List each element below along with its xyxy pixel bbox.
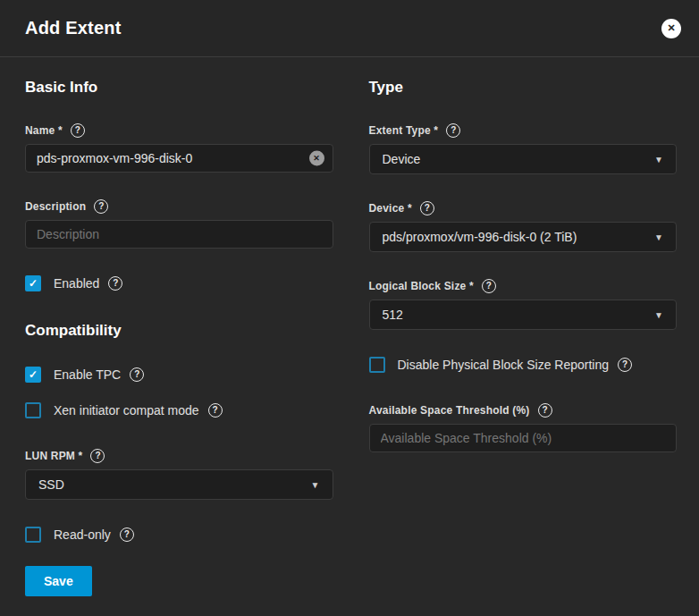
close-icon[interactable]: ✕ xyxy=(661,19,681,38)
extent-type-select-value: Device xyxy=(383,152,421,166)
xen-compat-checkbox-label: Xen initiator compat mode xyxy=(54,403,199,418)
extent-type-field-group: Extent Type * ? Device ▼ xyxy=(369,123,678,174)
name-label-row: Name * ? xyxy=(25,123,333,138)
help-icon[interactable]: ? xyxy=(420,201,434,215)
disable-physical-block-size-checkbox-row[interactable]: ✓ Disable Physical Block Size Reporting … xyxy=(369,357,678,373)
enabled-checkbox-row[interactable]: ✓ Enabled ? xyxy=(25,275,333,291)
section-heading-type: Type xyxy=(369,79,678,97)
name-label: Name * xyxy=(25,124,63,137)
clear-icon[interactable]: ✕ xyxy=(309,151,324,166)
enabled-checkbox-label: Enabled xyxy=(54,276,99,291)
help-icon[interactable]: ? xyxy=(446,123,460,138)
lun-rpm-select[interactable]: SSD ▼ xyxy=(25,469,333,500)
logical-block-size-field-group: Logical Block Size * ? 512 ▼ xyxy=(369,279,678,330)
description-field-group: Description ? xyxy=(25,199,333,249)
device-field-group: Device * ? pds/proxmox/vm-996-disk-0 (2 … xyxy=(369,201,678,252)
description-label-row: Description ? xyxy=(25,199,333,214)
help-icon[interactable]: ? xyxy=(90,449,105,463)
extent-type-select[interactable]: Device ▼ xyxy=(369,144,678,174)
name-input-wrap: ✕ xyxy=(25,144,333,173)
section-heading-basic-info: Basic Info xyxy=(25,79,333,97)
enable-tpc-checkbox-row[interactable]: ✓ Enable TPC ? xyxy=(25,367,333,383)
logical-block-size-label: Logical Block Size * xyxy=(369,280,474,292)
lun-rpm-select-value: SSD xyxy=(38,477,64,492)
logical-block-size-label-row: Logical Block Size * ? xyxy=(369,279,678,293)
save-button[interactable]: Save xyxy=(25,566,92,596)
disable-physical-block-size-checkbox-label: Disable Physical Block Size Reporting xyxy=(398,358,610,372)
logical-block-size-select[interactable]: 512 ▼ xyxy=(369,300,678,330)
read-only-checkbox-row[interactable]: ✓ Read-only ? xyxy=(25,527,333,543)
disable-physical-block-size-checkbox[interactable]: ✓ xyxy=(369,357,385,373)
help-icon[interactable]: ? xyxy=(538,403,552,418)
help-icon[interactable]: ? xyxy=(618,358,632,372)
chevron-down-icon: ▼ xyxy=(311,480,320,490)
xen-compat-checkbox-row[interactable]: ✓ Xen initiator compat mode ? xyxy=(25,402,333,418)
name-field-group: Name * ? ✕ xyxy=(25,123,333,173)
help-icon[interactable]: ? xyxy=(71,123,85,138)
dialog-title: Add Extent xyxy=(25,18,122,38)
enable-tpc-checkbox-label: Enable TPC xyxy=(54,367,121,382)
logical-block-size-select-value: 512 xyxy=(383,308,403,322)
enabled-checkbox[interactable]: ✓ xyxy=(25,275,41,291)
help-icon[interactable]: ? xyxy=(208,403,223,418)
extent-type-label-row: Extent Type * ? xyxy=(369,123,678,138)
dialog-body: Basic Info Name * ? ✕ Description ? ✓ xyxy=(0,57,699,596)
available-space-threshold-field-group: Available Space Threshold (%) ? xyxy=(369,403,678,452)
chevron-down-icon: ▼ xyxy=(654,310,663,320)
device-select-value: pds/proxmox/vm-996-disk-0 (2 TiB) xyxy=(383,230,577,244)
device-select[interactable]: pds/proxmox/vm-996-disk-0 (2 TiB) ▼ xyxy=(369,222,678,252)
extent-type-label: Extent Type * xyxy=(369,124,439,137)
available-space-threshold-input[interactable] xyxy=(369,424,678,452)
description-label: Description xyxy=(25,200,86,213)
enable-tpc-checkbox[interactable]: ✓ xyxy=(25,367,41,383)
xen-compat-checkbox[interactable]: ✓ xyxy=(25,402,41,418)
check-icon: ✓ xyxy=(29,369,38,380)
help-icon[interactable]: ? xyxy=(482,279,496,293)
lun-rpm-field-group: LUN RPM * ? SSD ▼ xyxy=(25,449,333,500)
dialog-header: Add Extent ✕ xyxy=(0,0,699,57)
read-only-checkbox[interactable]: ✓ xyxy=(25,527,41,543)
lun-rpm-label-row: LUN RPM * ? xyxy=(25,449,333,463)
right-column: Type Extent Type * ? Device ▼ Device * ?… xyxy=(369,79,678,596)
lun-rpm-label: LUN RPM * xyxy=(25,450,82,462)
left-column: Basic Info Name * ? ✕ Description ? ✓ xyxy=(25,79,333,596)
available-space-threshold-label: Available Space Threshold (%) xyxy=(369,404,530,417)
chevron-down-icon: ▼ xyxy=(654,232,663,242)
description-input[interactable] xyxy=(25,220,333,249)
chevron-down-icon: ▼ xyxy=(654,155,663,165)
description-input-wrap xyxy=(25,220,333,249)
available-space-threshold-label-row: Available Space Threshold (%) ? xyxy=(369,403,678,418)
read-only-checkbox-label: Read-only xyxy=(54,527,111,542)
section-heading-compatibility: Compatibility xyxy=(25,322,333,340)
name-input[interactable] xyxy=(25,144,333,173)
available-space-threshold-input-wrap xyxy=(369,424,678,452)
help-icon[interactable]: ? xyxy=(94,199,108,214)
help-icon[interactable]: ? xyxy=(108,276,122,291)
help-icon[interactable]: ? xyxy=(130,367,144,382)
device-label: Device * xyxy=(369,202,412,215)
help-icon[interactable]: ? xyxy=(120,527,134,542)
device-label-row: Device * ? xyxy=(369,201,678,215)
check-icon: ✓ xyxy=(29,278,38,289)
